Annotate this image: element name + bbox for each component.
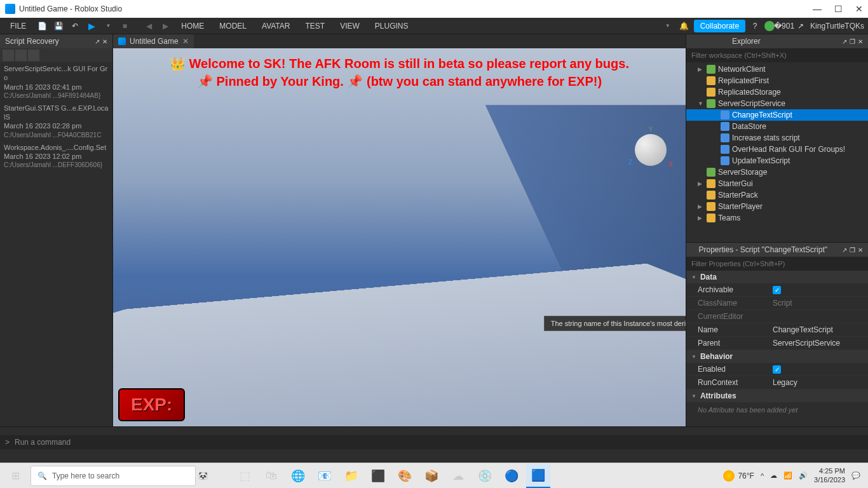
store-icon[interactable]: 🛍 [259,464,283,488]
help-icon[interactable]: ? [748,19,762,33]
section-data[interactable]: Data [686,271,868,283]
properties-panel: Properties - Script "ChangeTextScript" ↗… [686,242,868,426]
prop-parent[interactable]: Parent ServerScriptService [686,337,868,350]
edge-icon[interactable]: 🌐 [286,464,310,488]
save-icon[interactable]: 💾 [51,19,65,33]
panel-restore-icon[interactable]: ❐ [850,247,855,254]
username-label[interactable]: KingTurtleTQKs [810,22,864,30]
tray-volume-icon[interactable]: 🔊 [799,471,808,480]
panel-restore-icon[interactable]: ❐ [850,38,855,45]
hp-icon[interactable]: 💿 [473,464,497,488]
tree-item[interactable]: ServerStorage [686,166,868,178]
minimize-button[interactable]: — [813,4,822,14]
nav-right-icon[interactable]: ▶ [158,19,172,33]
prop-enabled[interactable]: Enabled ✓ [686,363,868,376]
panel-close-icon[interactable]: ✕ [858,38,863,45]
view-orientation-gizmo[interactable]: Y X Z [632,131,670,169]
menu-home[interactable]: HOME [175,20,210,32]
tab-untitled-game[interactable]: Untitled Game ✕ [113,34,194,48]
menu-avatar[interactable]: AVATAR [255,20,296,32]
checkbox-icon[interactable]: ✓ [773,286,781,294]
panel-close-icon[interactable]: ✕ [102,38,107,45]
tree-item[interactable]: StarterPack [686,189,868,201]
panel-close-icon[interactable]: ✕ [858,247,863,254]
explorer-filter-input[interactable] [686,48,868,62]
start-button[interactable]: ⊞ [3,463,28,489]
task-view-icon[interactable]: ⬚ [233,464,257,488]
tree-item[interactable]: ▶StarterPlayer [686,201,868,212]
place-icon [118,37,126,45]
taskbar-clock[interactable]: 4:25 PM 3/16/2023 [814,467,845,484]
recovery-item[interactable]: Workspace.Adonis_....Config.SetMarch 16 … [0,141,112,172]
tree-item[interactable]: ▶StarterGui [686,178,868,189]
tree-item[interactable]: ▶Teams [686,212,868,224]
properties-filter-input[interactable] [686,257,868,271]
nav-left-icon[interactable]: ◀ [142,19,156,33]
panel-undock-icon[interactable]: ↗ [842,247,847,254]
viewport-3d[interactable]: 👑 Welcome to SK! The AFK Room is still i… [113,48,686,426]
play-dropdown-icon[interactable]: ▼ [101,19,115,33]
menu-view[interactable]: VIEW [334,20,366,32]
onedrive-icon[interactable]: ☁ [446,464,470,488]
section-attributes[interactable]: Attributes [686,390,868,402]
tree-item[interactable]: ▼ServerScriptService [686,98,868,109]
share-icon[interactable]: ↗ [794,19,808,33]
amazon-icon[interactable]: 📦 [419,464,444,488]
notifications-icon[interactable]: 💬 [851,471,860,480]
play-icon[interactable]: ▶ [85,19,98,33]
command-bar[interactable]: > Run a command [0,435,868,449]
recovery-tool-3[interactable] [28,50,39,61]
roblox-studio-icon[interactable]: 🟦 [526,464,550,488]
prop-archivable[interactable]: Archivable ✓ [686,283,868,297]
recovery-item[interactable]: ServerScriptServic...k GUI For GroMarch … [0,62,112,102]
explorer-icon[interactable]: 📁 [339,464,363,488]
tree-item[interactable]: ReplicatedStorage [686,86,868,98]
notifications-icon[interactable]: 🔔 [677,19,691,33]
weather-widget[interactable]: 76°F [723,470,754,482]
recovery-item[interactable]: StarterGui.STATS G...e.EXP.LocalSMarch 1… [0,102,112,141]
tree-item[interactable]: ▶NetworkClient [686,64,868,75]
prop-name[interactable]: Name ChangeTextScript [686,323,868,337]
share-icon[interactable]: �901 [777,19,791,33]
panel-undock-icon[interactable]: ↗ [95,38,100,45]
undo-icon[interactable]: ↶ [68,19,82,33]
outlook-icon[interactable]: 📧 [313,464,337,488]
chrome-icon[interactable]: 🔵 [499,464,524,488]
horizontal-scrollbar[interactable] [0,426,868,435]
close-button[interactable]: ✕ [855,4,863,14]
explorer-header: Explorer ↗ ❐ ✕ [686,34,868,48]
section-behavior[interactable]: Behavior [686,350,868,363]
maximize-button[interactable]: ☐ [834,4,843,14]
sun-icon [723,470,735,482]
axis-y-label: Y [649,126,653,133]
stop-icon[interactable]: ■ [118,19,132,33]
checkbox-icon[interactable]: ✓ [773,365,781,374]
prop-runcontext[interactable]: RunContext Legacy [686,376,868,390]
panel-undock-icon[interactable]: ↗ [842,38,847,45]
taskbar-search[interactable]: 🔍 Type here to search [31,466,196,486]
collaborate-button[interactable]: Collaborate [694,20,745,32]
menu-model[interactable]: MODEL [213,20,253,32]
tree-item[interactable]: DataStore [686,121,868,132]
menu-file[interactable]: FILE [4,20,32,32]
menu-test[interactable]: TEST [299,20,331,32]
tree-item[interactable]: OverHead Rank GUI For Groups! [686,144,868,155]
search-decoration: 🐼 [198,471,230,480]
recovery-tool-2[interactable] [15,50,27,61]
tree-item[interactable]: UpdateTextScript [686,155,868,166]
recovery-tool-1[interactable] [3,50,14,61]
exp-badge: EXP: [118,388,185,421]
tree-item[interactable]: Increase stats script [686,132,868,144]
tray-onedrive-icon[interactable]: ☁ [770,471,777,480]
menu-plugins[interactable]: PLUGINS [369,20,415,32]
app-icon[interactable]: 🎨 [393,464,417,488]
recovery-list: ServerScriptServic...k GUI For GroMarch … [0,62,112,426]
tree-item[interactable]: ChangeTextScript [686,109,868,121]
dropdown-icon[interactable]: ▼ [661,19,675,33]
tab-close-icon[interactable]: ✕ [182,37,189,46]
tray-wifi-icon[interactable]: 📶 [783,471,792,480]
new-file-icon[interactable]: 📄 [35,19,49,33]
app-icon[interactable]: ⬛ [366,464,390,488]
tree-item[interactable]: ReplicatedFirst [686,75,868,86]
tray-chevron-icon[interactable]: ^ [761,472,764,480]
